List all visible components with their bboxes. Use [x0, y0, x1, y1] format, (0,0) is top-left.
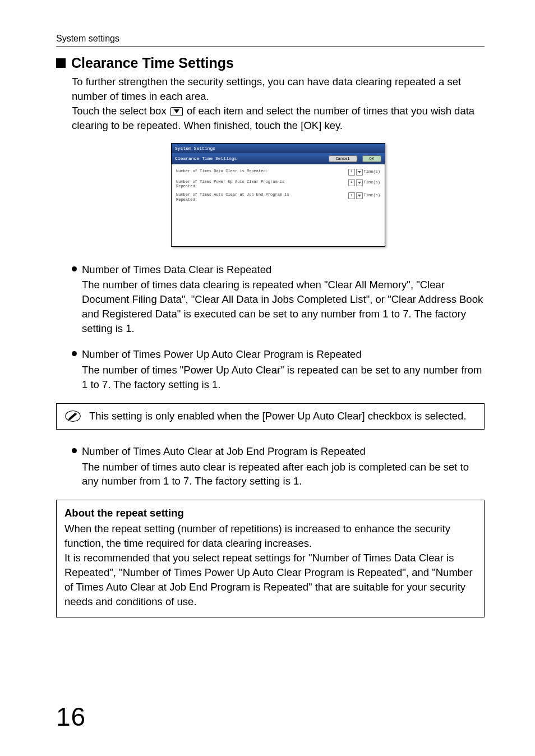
intro-paragraph-1: To further strengthen the security setti… — [72, 75, 485, 104]
page-header-section: System settings — [56, 34, 485, 44]
about-box: About the repeat setting When the repeat… — [56, 500, 485, 617]
bullet-body: The number of times data clearing is rep… — [82, 278, 485, 336]
header-rule — [56, 46, 485, 47]
dropdown-icon[interactable] — [356, 179, 363, 186]
note-box: This setting is only enabled when the [P… — [56, 403, 485, 430]
setting-label: Number of Times Auto Clear at Job End Pr… — [176, 192, 294, 202]
dropdown-icon[interactable] — [356, 192, 363, 199]
bullet-heading: Number of Times Data Clear is Repeated — [82, 262, 485, 277]
settings-dialog: System Settings Clearance Time Settings … — [171, 143, 385, 247]
bullet-body: The number of times "Power Up Auto Clear… — [82, 363, 485, 392]
about-paragraph-2: It is recommended that you select repeat… — [64, 551, 476, 609]
unit-suffix: Time(s) — [364, 193, 380, 199]
select-box-icon — [170, 107, 183, 116]
about-title: About the repeat setting — [64, 506, 476, 520]
bullet-heading: Number of Times Auto Clear at Job End Pr… — [82, 444, 485, 459]
setting-label: Number of Times Power Up Auto Clear Prog… — [176, 179, 294, 189]
dialog-titlebar: System Settings — [172, 144, 385, 153]
dropdown-icon[interactable] — [356, 169, 363, 176]
setting-row: Number of Times Auto Clear at Job End Pr… — [176, 192, 380, 202]
value-box: 1 — [348, 179, 355, 186]
cancel-button[interactable]: Cancel — [329, 155, 357, 162]
title-bullet-square — [56, 58, 66, 68]
unit-suffix: Time(s) — [364, 180, 380, 186]
value-box: 1 — [348, 192, 355, 199]
setting-row: Number of Times Data Clear is Repeated: … — [176, 169, 380, 176]
intro-p2-part-a: Touch the select box — [72, 105, 169, 117]
unit-suffix: Time(s) — [364, 169, 380, 175]
setting-row: Number of Times Power Up Auto Clear Prog… — [176, 179, 380, 189]
dialog-subtitle: Clearance Time Settings — [175, 155, 237, 162]
setting-label: Number of Times Data Clear is Repeated: — [176, 169, 294, 173]
bullet-body: The number of times auto clear is repeat… — [82, 460, 485, 489]
note-text: This setting is only enabled when the [P… — [89, 409, 467, 423]
about-paragraph-1: When the repeat setting (number of repet… — [64, 522, 476, 551]
ok-button[interactable]: OK — [362, 155, 381, 162]
bullet-heading: Number of Times Power Up Auto Clear Prog… — [82, 347, 485, 362]
value-box: 1 — [348, 169, 355, 176]
intro-paragraph-2: Touch the select box of each item and se… — [72, 104, 485, 133]
pencil-note-icon — [64, 410, 81, 422]
page-title: Clearance Time Settings — [71, 55, 234, 71]
page-number: 16 — [56, 702, 485, 732]
